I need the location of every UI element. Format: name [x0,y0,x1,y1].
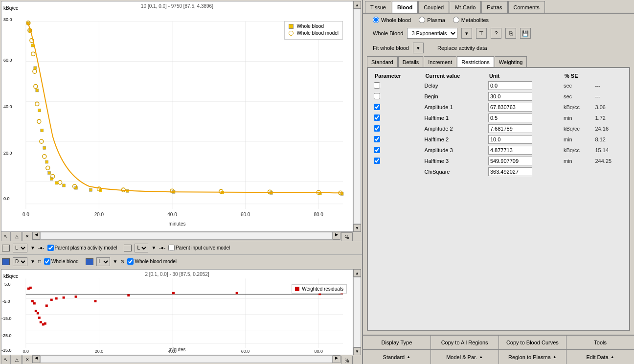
sub-tab-details[interactable]: Details [398,56,424,67]
series2-type-select[interactable]: DL [13,257,27,266]
btn-model-par[interactable]: Model & Par. ▲ [431,350,499,364]
param-input-6[interactable] [488,146,532,155]
btn-region-plasma[interactable]: Region to Plasma ▲ [499,350,567,364]
arrow-btn-2b[interactable]: □ [38,259,41,264]
param-input-1[interactable] [488,92,532,101]
parent-input-cb[interactable] [168,245,175,251]
param-input-8[interactable] [488,167,532,176]
fit-dropdown-btn[interactable]: ▾ [413,43,424,53]
tab-blood[interactable]: Blood [392,1,418,13]
close-btn[interactable]: ✕ [23,231,32,241]
tab-comments[interactable]: Comments [508,1,545,13]
cursor-btn[interactable]: ↖ [1,231,11,241]
param-cb-5[interactable] [374,136,380,142]
param-cb-0[interactable] [374,82,380,89]
param-cb-1[interactable] [374,93,380,99]
param-input-4[interactable] [488,124,532,133]
filter-btn[interactable]: ▾ [461,28,472,39]
whole-blood-label[interactable]: Whole blood [44,258,79,265]
param-value-cell-5[interactable] [486,134,562,145]
param-cb-6[interactable] [374,147,380,153]
scroll-track[interactable] [353,9,361,224]
copy-btn[interactable]: ⎘ [505,28,516,39]
arrow-btn-2d[interactable]: ⊙ [120,259,124,264]
btn-display-type[interactable]: Display Type [363,336,431,349]
help-btn[interactable]: ? [491,28,501,39]
param-cb-cell-1[interactable] [372,91,423,102]
parent-plasma-label[interactable]: Parent plasma activity model [47,245,117,251]
param-cb-7[interactable] [374,158,380,164]
res-scroll-up[interactable]: ▲ [353,269,361,277]
sub-tab-restrictions[interactable]: Restrictions [457,56,494,67]
param-cb-2[interactable] [374,104,380,110]
scroll-up-btn[interactable]: ▲ [353,1,361,9]
param-cb-cell-5[interactable] [372,134,423,145]
series1b-type-select[interactable]: L [135,244,148,252]
parent-input-label[interactable]: Parent input curve model [168,245,230,251]
res-hscroll-track[interactable] [40,355,333,363]
series2b-type-select[interactable]: L [96,257,110,266]
filter-icon-btn[interactable]: ⊤ [476,28,487,39]
sub-tab-increment[interactable]: Increment [424,56,456,67]
res-scroll-track[interactable] [353,277,361,347]
sub-tab-standard[interactable]: Standard [367,56,398,67]
res-scroll-down[interactable]: ▼ [353,347,361,355]
btn-copy-all-regions[interactable]: Copy to All Regions [431,336,499,349]
tab-tissue[interactable]: Tissue [365,1,391,13]
res-close-btn[interactable]: ✕ [23,355,32,364]
hscroll-left-btn[interactable]: ◀ [32,232,40,240]
param-value-cell-3[interactable] [486,113,562,123]
param-value-cell-6[interactable] [486,145,562,156]
res-hscroll-left[interactable]: ◀ [32,355,40,363]
param-cb-cell-3[interactable] [372,113,423,123]
arrow-btn-2[interactable]: ▼ [30,259,35,264]
param-input-7[interactable] [488,157,532,165]
param-value-cell-2[interactable] [486,102,562,113]
sub-tab-weighting[interactable]: Weighting [495,56,527,67]
tab-mtcarlo[interactable]: Mt-Carlo [450,1,481,13]
param-value-cell-4[interactable] [486,123,562,134]
res-cursor-btn[interactable]: ↖ [1,355,11,364]
res-hscroll-right[interactable]: ▶ [333,355,340,363]
whole-blood-model-label[interactable]: Whole blood model [127,258,177,265]
arrow-btn-2c[interactable]: ▼ [113,259,118,264]
arrow-btn-1d[interactable]: -●- [159,245,165,250]
btn-tools[interactable]: Tools [566,336,634,349]
param-value-cell-1[interactable] [486,91,562,102]
parent-plasma-cb[interactable] [47,245,54,251]
btn-copy-blood-curves[interactable]: Copy to Blood Curves [499,336,567,349]
series1-type-select[interactable]: LD [13,244,27,252]
whole-blood-model-cb[interactable] [127,258,134,265]
scroll-down-btn[interactable]: ▼ [353,224,361,232]
tab-coupled[interactable]: Coupled [418,1,449,13]
param-value-cell-0[interactable] [486,80,562,91]
res-zoom-btn[interactable]: △ [12,355,22,364]
arrow-btn-1[interactable]: ▼ [30,245,35,250]
param-cb-3[interactable] [374,114,380,121]
btn-edit-data[interactable]: Edit Data ▲ [566,350,634,364]
wb-model-select[interactable]: 3 Exponentials 2 Exponentials 1 Exponent… [407,28,457,39]
btn-standard[interactable]: Standard ▲ [363,350,431,364]
param-input-3[interactable] [488,114,532,122]
param-cb-cell-0[interactable] [372,80,423,91]
save-btn[interactable]: 💾 [520,28,531,39]
radio-plasma[interactable]: Plasma [419,17,445,23]
tab-extras[interactable]: Extras [481,1,507,13]
zoom-btn[interactable]: △ [12,231,22,241]
hscroll-track[interactable] [40,232,333,240]
param-cb-cell-2[interactable] [372,102,423,113]
param-cb-4[interactable] [374,125,380,132]
param-input-0[interactable] [488,81,532,90]
radio-whole-blood[interactable]: Whole blood [373,17,411,23]
hscroll-right-btn[interactable]: ▶ [333,232,340,240]
whole-blood-cb[interactable] [44,258,50,265]
radio-metabolites[interactable]: Metabolites [453,17,489,23]
res-pct-btn[interactable]: % [341,356,353,364]
param-input-2[interactable] [488,103,532,112]
param-value-cell-8[interactable] [486,166,562,177]
param-input-5[interactable] [488,135,532,144]
arrow-btn-1b[interactable]: -●- [38,245,45,250]
param-value-cell-7[interactable] [486,156,562,166]
param-cb-cell-4[interactable] [372,123,423,134]
param-cb-cell-6[interactable] [372,145,423,156]
